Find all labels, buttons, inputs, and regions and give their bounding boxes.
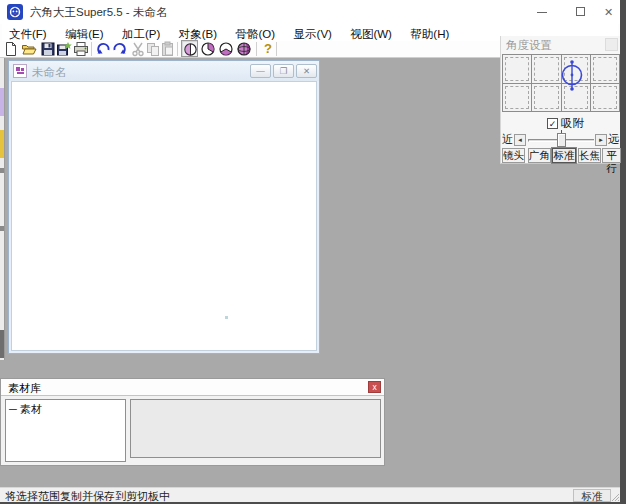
toolbar-separator (91, 42, 92, 56)
print-button[interactable] (73, 41, 89, 57)
titlebar[interactable]: 六角大王Super5.5 - 未命名 ✕ (0, 0, 620, 24)
copy-icon (145, 41, 161, 57)
document-close-icon: ✕ (303, 66, 310, 76)
angle-preset-column (532, 55, 561, 111)
view-rotate-3-icon (236, 41, 252, 57)
tree-line-icon: ─ (9, 403, 17, 415)
angle-preset-cell[interactable] (532, 84, 560, 112)
angle-panel-title: 角度设置 (506, 38, 552, 53)
parallel-button[interactable]: 平行 (602, 148, 621, 163)
statusbar: 将选择范围复制并保存到剪切板中 标准 (0, 487, 620, 502)
material-library-title: 素材库 (8, 381, 41, 396)
status-mode-box: 标准 (573, 489, 611, 502)
view-front-button[interactable] (181, 40, 198, 57)
telephoto-button[interactable]: 长焦 (578, 148, 601, 163)
screen: 六角大王Super5.5 - 未命名 ✕ 文件(F) 编辑(E) 加工(P) 对… (0, 0, 626, 504)
slider-left-button[interactable]: ◄ (514, 134, 526, 146)
material-library-titlebar[interactable]: 素材库 x (1, 379, 384, 396)
cut-icon (130, 41, 146, 57)
cut-button[interactable] (130, 41, 146, 57)
palette-fragment-text (0, 168, 4, 173)
view-front-icon (183, 42, 198, 57)
app-logo-icon (7, 4, 23, 20)
palette-fragment-text (0, 226, 4, 231)
view-rotate-3-button[interactable] (236, 41, 252, 57)
save-as-button[interactable] (56, 41, 72, 57)
new-file-button[interactable] (3, 41, 19, 57)
print-icon (73, 41, 89, 57)
material-library-close-button[interactable]: x (368, 381, 381, 393)
new-file-icon (3, 41, 19, 57)
toolbar-separator (276, 42, 277, 56)
distance-slider-thumb[interactable] (557, 133, 566, 147)
far-label: 远 (608, 132, 620, 147)
angle-panel-close-button[interactable] (605, 38, 618, 51)
document-window: 未命名 — ❐ ✕ (8, 60, 320, 354)
minimize-button[interactable] (527, 0, 558, 24)
resize-grip[interactable] (612, 494, 619, 501)
snap-checkbox[interactable]: ✓ (547, 118, 558, 129)
document-canvas[interactable] (11, 81, 317, 351)
toolbar-separator (177, 42, 178, 56)
material-tree-root[interactable]: ─ 素材 (9, 402, 42, 417)
angle-settings-panel: 角度设置 (500, 36, 620, 164)
angle-indicator[interactable] (559, 59, 585, 92)
undo-icon (96, 41, 112, 57)
cutoff-palette-strip (0, 58, 5, 360)
view-rotate-2-icon (218, 41, 234, 57)
near-label: 近 (502, 132, 514, 147)
save-as-icon (56, 41, 72, 57)
undo-button[interactable] (96, 41, 112, 57)
view-rotate-1-button[interactable] (200, 41, 216, 57)
angle-preset-cell[interactable] (503, 84, 531, 112)
redo-icon (111, 41, 127, 57)
window-title: 六角大王Super5.5 - 未命名 (30, 5, 167, 20)
close-button[interactable]: ✕ (597, 0, 620, 24)
maximize-button[interactable] (565, 0, 596, 24)
maximize-icon (576, 7, 585, 16)
document-close-button[interactable]: ✕ (296, 64, 317, 78)
document-titlebar[interactable]: 未命名 — ❐ ✕ (9, 61, 319, 81)
standard-button[interactable]: 标准 (552, 148, 576, 163)
canvas-origin-dot (225, 316, 228, 319)
save-icon (40, 41, 56, 57)
palette-fragment-purple (0, 88, 4, 116)
angle-preset-column (503, 55, 532, 111)
app-window: 六角大王Super5.5 - 未命名 ✕ 文件(F) 编辑(E) 加工(P) 对… (0, 0, 620, 502)
document-restore-icon: ❐ (280, 66, 288, 76)
save-button[interactable] (40, 41, 56, 57)
angle-preset-cell[interactable] (532, 55, 560, 84)
open-folder-icon (21, 41, 37, 57)
document-title: 未命名 (32, 65, 67, 80)
document-minimize-button[interactable]: — (250, 64, 271, 78)
material-library-panel: 素材库 x ─ 素材 (0, 378, 385, 466)
angle-preset-cell[interactable] (591, 84, 619, 112)
close-x-icon: x (372, 382, 376, 392)
toolbar-separator (256, 42, 257, 56)
redo-button[interactable] (111, 41, 127, 57)
view-rotate-2-button[interactable] (218, 41, 234, 57)
open-file-button[interactable] (21, 41, 37, 57)
palette-fragment-dark (0, 330, 4, 358)
angle-preset-cell[interactable] (591, 55, 619, 84)
close-icon: ✕ (604, 6, 613, 18)
angle-preset-column (591, 55, 619, 111)
angle-preset-cell[interactable] (503, 55, 531, 84)
check-icon: ✓ (549, 119, 557, 129)
palette-fragment-yellow (0, 130, 4, 158)
minimize-icon (537, 12, 547, 13)
document-icon (13, 64, 27, 78)
material-tree-pane[interactable]: ─ 素材 (5, 399, 126, 462)
snap-checkbox-row: ✓ 吸附 (547, 117, 584, 130)
lens-button[interactable]: 镜头 (502, 148, 525, 163)
slider-right-button[interactable]: ► (595, 134, 607, 146)
help-button[interactable]: ? (260, 41, 276, 57)
document-restore-button[interactable]: ❐ (273, 64, 294, 78)
copy-button[interactable] (145, 41, 161, 57)
view-rotate-1-icon (200, 41, 216, 57)
paste-button[interactable] (160, 41, 176, 57)
status-message: 将选择范围复制并保存到剪切板中 (5, 489, 170, 504)
paste-icon (160, 41, 176, 57)
material-preview-pane[interactable] (130, 399, 381, 458)
wide-angle-button[interactable]: 广角 (528, 148, 551, 163)
